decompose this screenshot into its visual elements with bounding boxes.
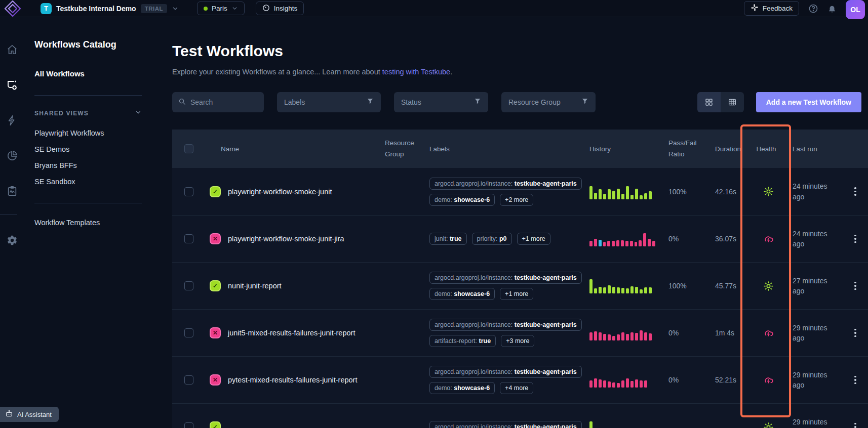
history-bar[interactable] — [652, 241, 655, 246]
history-bar[interactable] — [603, 194, 606, 199]
history-bar[interactable] — [603, 287, 606, 293]
sidebar-item-shared-view[interactable]: Bryans BFFs — [34, 161, 152, 169]
grid-view-button[interactable] — [697, 92, 721, 112]
search-input[interactable] — [190, 98, 258, 106]
testkube-logo[interactable] — [4, 0, 21, 17]
history-bar[interactable] — [635, 189, 638, 199]
history-bar[interactable] — [649, 333, 652, 340]
history-bar[interactable] — [608, 334, 611, 340]
history-bar[interactable] — [599, 332, 602, 340]
triggers-icon[interactable] — [0, 110, 24, 131]
history-bar[interactable] — [630, 381, 634, 388]
history-chart[interactable] — [579, 372, 655, 388]
history-bar[interactable] — [589, 380, 593, 388]
history-chart[interactable] — [579, 231, 655, 246]
sidebar-item-shared-view[interactable]: Playwright Workflows — [34, 129, 152, 137]
history-bar[interactable] — [621, 288, 624, 293]
history-bar[interactable] — [626, 186, 629, 199]
help-button[interactable] — [808, 4, 818, 14]
history-bar[interactable] — [630, 286, 634, 293]
labels-more-chip[interactable]: +2 more — [500, 194, 533, 206]
history-bar[interactable] — [616, 240, 619, 246]
labels-more-chip[interactable]: +1 more — [517, 233, 550, 245]
history-bar[interactable] — [594, 378, 597, 388]
history-bar[interactable] — [639, 240, 642, 246]
row-menu-button[interactable] — [850, 329, 860, 337]
history-bar[interactable] — [594, 288, 597, 293]
history-bar[interactable] — [599, 287, 602, 293]
row-checkbox[interactable] — [184, 281, 193, 290]
history-bar[interactable] — [644, 287, 647, 293]
user-avatar[interactable]: OL — [846, 0, 865, 19]
history-bar[interactable] — [617, 383, 620, 388]
history-bar[interactable] — [599, 240, 602, 246]
workflow-name[interactable]: playwright-workflow-smoke-junit-jira — [228, 235, 344, 243]
org-selector[interactable]: T Testkube Internal Demo TRIAL — [41, 3, 179, 14]
history-bar[interactable] — [635, 287, 638, 293]
history-bar[interactable] — [617, 189, 620, 199]
table-view-button[interactable] — [721, 92, 744, 112]
settings-gear-icon[interactable] — [0, 230, 24, 250]
history-bar[interactable] — [607, 241, 610, 246]
history-bar[interactable] — [612, 191, 615, 199]
history-bar[interactable] — [612, 287, 615, 293]
history-chart[interactable] — [579, 184, 655, 199]
environment-selector[interactable]: Paris — [197, 2, 245, 15]
history-bar[interactable] — [621, 240, 624, 246]
history-bar[interactable] — [617, 287, 620, 293]
history-bar[interactable] — [617, 334, 620, 340]
runs-icon[interactable] — [0, 181, 24, 201]
history-bar[interactable] — [594, 193, 597, 199]
history-chart[interactable] — [579, 419, 655, 428]
history-bar[interactable] — [589, 332, 593, 340]
testing-with-testkube-link[interactable]: testing with Testkube — [382, 68, 450, 76]
row-checkbox[interactable] — [184, 422, 193, 428]
sidebar-item-shared-view[interactable]: SE Demos — [34, 145, 152, 153]
sidebar-item-workflow-templates[interactable]: Workflow Templates — [34, 219, 152, 227]
labels-more-chip[interactable]: +3 more — [501, 335, 534, 347]
history-bar[interactable] — [608, 285, 611, 293]
history-bar[interactable] — [599, 379, 602, 388]
history-bar[interactable] — [635, 242, 638, 246]
workflow-name[interactable]: pytest-mixed-results-failures-junit-repo… — [228, 376, 357, 384]
notifications-button[interactable] — [827, 4, 837, 13]
history-bar[interactable] — [621, 332, 624, 340]
history-bar[interactable] — [589, 279, 593, 293]
history-bar[interactable] — [640, 289, 643, 293]
history-bar[interactable] — [630, 332, 634, 340]
labels-more-chip[interactable]: +4 more — [500, 382, 533, 394]
history-bar[interactable] — [644, 193, 647, 199]
history-bar[interactable] — [589, 241, 593, 246]
history-bar[interactable] — [635, 333, 638, 340]
row-checkbox[interactable] — [184, 375, 193, 384]
shared-views-header[interactable]: SHARED VIEWS — [34, 109, 142, 118]
history-bar[interactable] — [626, 288, 629, 293]
add-test-workflow-button[interactable]: Add a new Test Workflow — [756, 92, 861, 112]
history-bar[interactable] — [630, 241, 633, 246]
select-all-checkbox[interactable] — [184, 144, 193, 153]
row-checkbox[interactable] — [184, 187, 193, 196]
insights-button[interactable]: Insights — [256, 2, 304, 15]
workflow-name[interactable]: nunit-junit-report — [228, 282, 282, 290]
row-menu-button[interactable] — [850, 282, 860, 290]
history-bar[interactable] — [612, 241, 615, 246]
history-bar[interactable] — [612, 382, 615, 388]
history-bar[interactable] — [640, 330, 643, 340]
history-bar[interactable] — [621, 380, 624, 388]
workflow-name[interactable]: junit5-mixed-results-failures-junit-repo… — [228, 329, 355, 337]
history-bar[interactable] — [603, 242, 606, 246]
resource-group-filter[interactable]: Resource Group — [501, 92, 596, 112]
feedback-button[interactable]: Feedback — [744, 1, 799, 16]
history-bar[interactable] — [644, 332, 647, 340]
history-bar[interactable] — [640, 380, 643, 388]
ai-assistant-button[interactable]: AI Assistant — [0, 407, 59, 422]
history-bar[interactable] — [621, 194, 624, 199]
history-bar[interactable] — [635, 379, 638, 388]
workflows-icon[interactable] — [0, 75, 24, 95]
history-bar[interactable] — [603, 334, 606, 340]
home-icon[interactable] — [0, 39, 24, 60]
row-menu-button[interactable] — [850, 423, 860, 428]
history-bar[interactable] — [649, 191, 652, 199]
history-bar[interactable] — [626, 378, 629, 388]
history-bar[interactable] — [643, 233, 646, 246]
